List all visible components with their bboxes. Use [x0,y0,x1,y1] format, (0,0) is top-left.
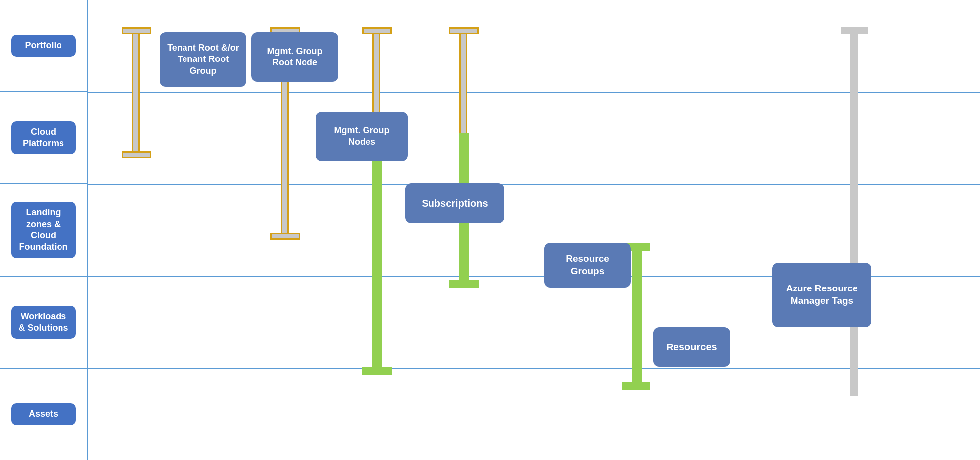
node-mgmt-group-root: Mgmt. Group Root Node [251,32,338,82]
node-mgmt-group-nodes: Mgmt. Group Nodes [316,112,408,161]
label-workloads: Workloads & Solutions [11,306,76,339]
conn1-cap-bottom [122,151,151,158]
conn2-cap-bottom [270,233,300,240]
node-resource-groups: Resource Groups [544,243,631,288]
label-cell-assets: Assets [0,369,87,460]
label-cell-portfolio: Portfolio [0,0,87,92]
conn5-cap-bottom [622,382,650,390]
conn1-cap-top [122,27,151,34]
conn6-stem [850,34,858,396]
label-landing-zones: Landing zones & Cloud Foundation [11,202,76,258]
conn4-cap-top [449,27,479,34]
h-line-2 [88,184,980,185]
diagram-container: Portfolio Cloud Platforms Landing zones … [0,0,980,460]
conn6-cap-top [841,27,868,34]
label-assets: Assets [11,403,76,425]
conn5-stem [632,251,642,390]
node-subscriptions: Subscriptions [405,183,504,223]
main-area: Tenant Root &/or Tenant Root Group Mgmt.… [87,0,980,460]
label-cell-landing-zones: Landing zones & Cloud Foundation [0,184,87,277]
node-tenant-root: Tenant Root &/or Tenant Root Group [160,32,246,87]
node-resources: Resources [653,327,730,367]
labels-column: Portfolio Cloud Platforms Landing zones … [0,0,87,460]
conn1-stem [132,34,140,158]
label-cell-cloud-platforms: Cloud Platforms [0,92,87,184]
h-line-4 [88,368,980,369]
h-line-1 [88,92,980,93]
label-portfolio: Portfolio [11,35,76,56]
label-cloud-platforms: Cloud Platforms [11,121,76,155]
conn3-cap-top [362,27,392,34]
conn4-stem-gray [459,34,467,133]
conn3-stem-green [372,125,382,373]
node-arm-tags: Azure Resource Manager Tags [772,263,871,327]
conn3-cap-bottom [362,367,392,375]
conn4-cap-bottom [449,280,479,288]
label-cell-workloads: Workloads & Solutions [0,277,87,369]
